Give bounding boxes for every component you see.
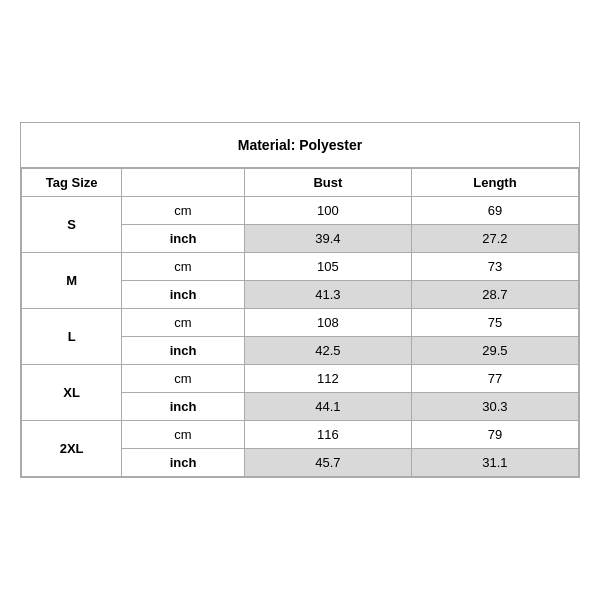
length-cm: 79 bbox=[411, 421, 578, 449]
bust-inch: 44.1 bbox=[244, 393, 411, 421]
bust-cm: 105 bbox=[244, 253, 411, 281]
size-label: S bbox=[22, 197, 122, 253]
bust-inch: 45.7 bbox=[244, 449, 411, 477]
length-inch: 27.2 bbox=[411, 225, 578, 253]
unit-cm: cm bbox=[122, 197, 245, 225]
size-label: 2XL bbox=[22, 421, 122, 477]
bust-inch: 41.3 bbox=[244, 281, 411, 309]
col-header-length: Length bbox=[411, 169, 578, 197]
table-row: Mcm10573 bbox=[22, 253, 579, 281]
length-cm: 75 bbox=[411, 309, 578, 337]
bust-inch: 39.4 bbox=[244, 225, 411, 253]
size-chart-container: Material: Polyester Tag Size Bust Length… bbox=[20, 122, 580, 478]
bust-cm: 116 bbox=[244, 421, 411, 449]
length-cm: 77 bbox=[411, 365, 578, 393]
unit-inch: inch bbox=[122, 337, 245, 365]
unit-cm: cm bbox=[122, 421, 245, 449]
unit-cm: cm bbox=[122, 365, 245, 393]
length-inch: 29.5 bbox=[411, 337, 578, 365]
size-label: XL bbox=[22, 365, 122, 421]
table-row: Lcm10875 bbox=[22, 309, 579, 337]
size-table: Tag Size Bust Length Scm10069inch39.427.… bbox=[21, 168, 579, 477]
col-header-unit bbox=[122, 169, 245, 197]
unit-inch: inch bbox=[122, 393, 245, 421]
unit-cm: cm bbox=[122, 309, 245, 337]
bust-inch: 42.5 bbox=[244, 337, 411, 365]
unit-inch: inch bbox=[122, 449, 245, 477]
length-inch: 30.3 bbox=[411, 393, 578, 421]
unit-cm: cm bbox=[122, 253, 245, 281]
length-inch: 28.7 bbox=[411, 281, 578, 309]
length-cm: 69 bbox=[411, 197, 578, 225]
length-inch: 31.1 bbox=[411, 449, 578, 477]
chart-title: Material: Polyester bbox=[21, 123, 579, 168]
size-label: L bbox=[22, 309, 122, 365]
bust-cm: 108 bbox=[244, 309, 411, 337]
unit-inch: inch bbox=[122, 225, 245, 253]
length-cm: 73 bbox=[411, 253, 578, 281]
bust-cm: 100 bbox=[244, 197, 411, 225]
table-row: XLcm11277 bbox=[22, 365, 579, 393]
size-label: M bbox=[22, 253, 122, 309]
table-header-row: Tag Size Bust Length bbox=[22, 169, 579, 197]
table-row: Scm10069 bbox=[22, 197, 579, 225]
bust-cm: 112 bbox=[244, 365, 411, 393]
table-row: 2XLcm11679 bbox=[22, 421, 579, 449]
col-header-tag-size: Tag Size bbox=[22, 169, 122, 197]
unit-inch: inch bbox=[122, 281, 245, 309]
col-header-bust: Bust bbox=[244, 169, 411, 197]
